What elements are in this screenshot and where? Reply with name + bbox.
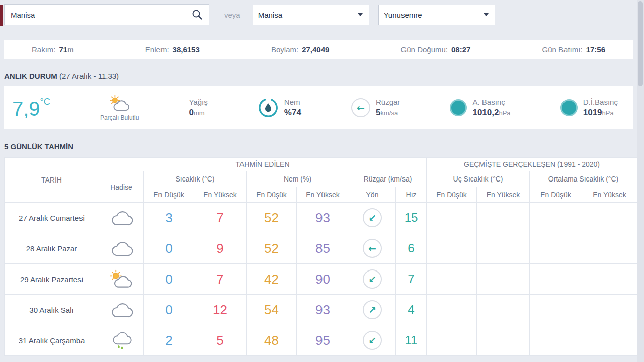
hum-min: 52 bbox=[247, 203, 297, 233]
district-select[interactable]: Yunusemre bbox=[378, 5, 495, 25]
wind-dir-cell: ↙ bbox=[349, 264, 396, 295]
forecast-section-heading: 5 GÜNLÜK TAHMİN bbox=[4, 142, 633, 151]
temp-max: 12 bbox=[194, 295, 247, 325]
partly-cloudy-icon bbox=[107, 95, 133, 112]
wind-direction-icon: ← bbox=[363, 239, 382, 258]
hist-extreme-min bbox=[427, 295, 477, 325]
temperature-group-header: Sıcaklık (°C) bbox=[144, 171, 247, 187]
latitude-value: 38,6153 bbox=[173, 45, 200, 54]
pressure-gauge-icon bbox=[450, 99, 467, 116]
forecast-row: 28 Aralık Pazar 0 9 52 85 ← 6 bbox=[5, 233, 637, 264]
precip-label: Yağış bbox=[189, 97, 207, 107]
temp-min-header: En Düşük bbox=[144, 187, 194, 203]
hist-avg-min bbox=[530, 233, 582, 264]
wind-group-header: Rüzgar (km/sa) bbox=[349, 171, 427, 187]
hum-min: 48 bbox=[247, 325, 297, 356]
hum-min: 42 bbox=[247, 264, 297, 295]
forecast-title: 5 GÜNLÜK TAHMİN bbox=[4, 142, 73, 151]
temp-max: 7 bbox=[194, 264, 247, 295]
condition-cell bbox=[99, 295, 144, 325]
hum-max-header: En Yüksek bbox=[297, 187, 349, 203]
wind-dir-cell: ← bbox=[349, 233, 396, 264]
forecast-row: 29 Aralık Pazartesi 0 7 42 90 ↙ 7 bbox=[5, 264, 637, 295]
district-select-wrap: Yunusemre bbox=[378, 5, 495, 25]
hist-avg-max bbox=[582, 203, 637, 233]
search-button[interactable] bbox=[186, 5, 209, 25]
hum-max: 90 bbox=[297, 264, 349, 295]
weather-page: veya Manisa Yunusemre Rakım: 71m Enlem: … bbox=[0, 0, 637, 356]
hist-extreme-max bbox=[477, 264, 530, 295]
date-column-header: TARİH bbox=[5, 158, 99, 203]
sunset-label: Gün Batımı: bbox=[542, 45, 583, 54]
forecast-row: 31 Aralık Çarşamba 2 5 48 95 ↙ 11 bbox=[5, 325, 637, 356]
wind-direction-icon: ↙ bbox=[363, 208, 382, 227]
temp-min: 0 bbox=[144, 295, 194, 325]
forecast-date: 29 Aralık Pazartesi bbox=[5, 264, 99, 295]
sea-pressure-label: D.İ.Basınç bbox=[583, 97, 618, 107]
sunrise-info: Gün Doğumu: 08:27 bbox=[401, 45, 471, 54]
longitude-label: Boylam: bbox=[271, 45, 298, 54]
hist-avg-max bbox=[582, 295, 637, 325]
hist-avg-min bbox=[530, 325, 582, 356]
hist-avg-min bbox=[530, 295, 582, 325]
sunrise-value: 08:27 bbox=[451, 45, 470, 54]
temp-min: 2 bbox=[144, 325, 194, 356]
temp-min: 0 bbox=[144, 233, 194, 264]
forecast-date: 28 Aralık Pazar bbox=[5, 233, 99, 264]
forecast-date: 30 Aralık Salı bbox=[5, 295, 99, 325]
hum-max: 93 bbox=[297, 203, 349, 233]
humidity-group-header: Nem (%) bbox=[247, 171, 349, 187]
scrollbar-thumb[interactable] bbox=[638, 1, 643, 86]
province-select-wrap: Manisa bbox=[253, 5, 369, 25]
wind-speed: 6 bbox=[396, 233, 427, 264]
altitude-info: Rakım: 71m bbox=[32, 45, 74, 54]
hist-avg-max bbox=[582, 325, 637, 356]
wind-dir-cell: ↙ bbox=[349, 325, 396, 356]
temp-max: 5 bbox=[194, 325, 247, 356]
search-input[interactable] bbox=[5, 11, 186, 19]
extreme-max-header: En Yüksek bbox=[477, 187, 530, 203]
wind-direction-icon: ↙ bbox=[363, 269, 382, 289]
wind-speed: 11 bbox=[396, 325, 427, 356]
hist-extreme-max bbox=[477, 203, 530, 233]
longitude-info: Boylam: 27,4049 bbox=[271, 45, 329, 54]
hist-avg-max bbox=[582, 233, 637, 264]
sea-pressure-metric: D.İ.Basınç 1019hPa bbox=[560, 97, 618, 118]
sunset-value: 17:56 bbox=[586, 45, 605, 54]
sunrise-label: Gün Doğumu: bbox=[401, 45, 448, 54]
hist-avg-min bbox=[530, 203, 582, 233]
scrollbar[interactable] bbox=[637, 0, 644, 362]
historical-group-header: GEÇMİŞTE GERÇEKLEŞEN (1991 - 2020) bbox=[427, 158, 637, 171]
hist-extreme-min bbox=[427, 233, 477, 264]
precip-value: 0mm bbox=[189, 107, 207, 118]
wind-dir-header: Yön bbox=[349, 187, 396, 203]
predicted-group-header: TAHMİN EDİLEN bbox=[99, 158, 427, 171]
wind-dir-cell: ↗ bbox=[349, 295, 396, 325]
pressure-metric: A. Basınç 1010,2hPa bbox=[450, 97, 510, 118]
condition-label: Parçalı Bulutlu bbox=[100, 114, 139, 121]
temp-max: 9 bbox=[194, 233, 247, 264]
cloudy-icon bbox=[108, 300, 135, 319]
humidity-label: Nem bbox=[284, 97, 301, 107]
hist-extreme-min bbox=[427, 325, 477, 356]
hist-extreme-max bbox=[477, 233, 530, 264]
wind-direction-icon: ↗ bbox=[363, 300, 382, 319]
wind-value: 5km/sa bbox=[376, 107, 400, 118]
humidity-gauge-icon bbox=[258, 97, 279, 118]
hum-max: 93 bbox=[297, 295, 349, 325]
search-box bbox=[4, 4, 209, 25]
temp-min: 3 bbox=[144, 203, 194, 233]
current-condition: Parçalı Bulutlu bbox=[100, 95, 139, 121]
province-select[interactable]: Manisa bbox=[253, 5, 369, 25]
or-label: veya bbox=[224, 11, 240, 19]
pressure-label: A. Basınç bbox=[472, 97, 510, 107]
humidity-metric: Nem %74 bbox=[258, 97, 301, 118]
altitude-label: Rakım: bbox=[32, 45, 56, 54]
forecast-table: TARİH TAHMİN EDİLEN GEÇMİŞTE GERÇEKLEŞEN… bbox=[4, 157, 637, 356]
left-edge-accent bbox=[0, 5, 3, 26]
extreme-min-header: En Düşük bbox=[427, 187, 477, 203]
wind-speed-header: Hız bbox=[396, 187, 427, 203]
current-subtitle: (27 Aralık - 11.33) bbox=[59, 72, 119, 80]
temp-min: 0 bbox=[144, 264, 194, 295]
hist-avg-max bbox=[582, 264, 637, 295]
